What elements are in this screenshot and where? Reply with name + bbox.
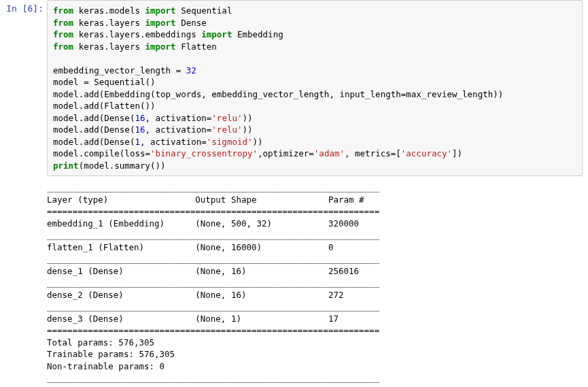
output-area: ________________________________________… xyxy=(47,176,583,387)
model-summary-output: ________________________________________… xyxy=(47,182,577,387)
input-prompt: In [6]: xyxy=(0,0,47,176)
code-input-area[interactable]: from keras.models import Sequential from… xyxy=(47,0,583,176)
code-block: from keras.models import Sequential from… xyxy=(53,5,576,171)
output-cell: ________________________________________… xyxy=(0,176,588,387)
output-prompt xyxy=(0,176,47,387)
code-cell: In [6]: from keras.models import Sequent… xyxy=(0,0,588,176)
